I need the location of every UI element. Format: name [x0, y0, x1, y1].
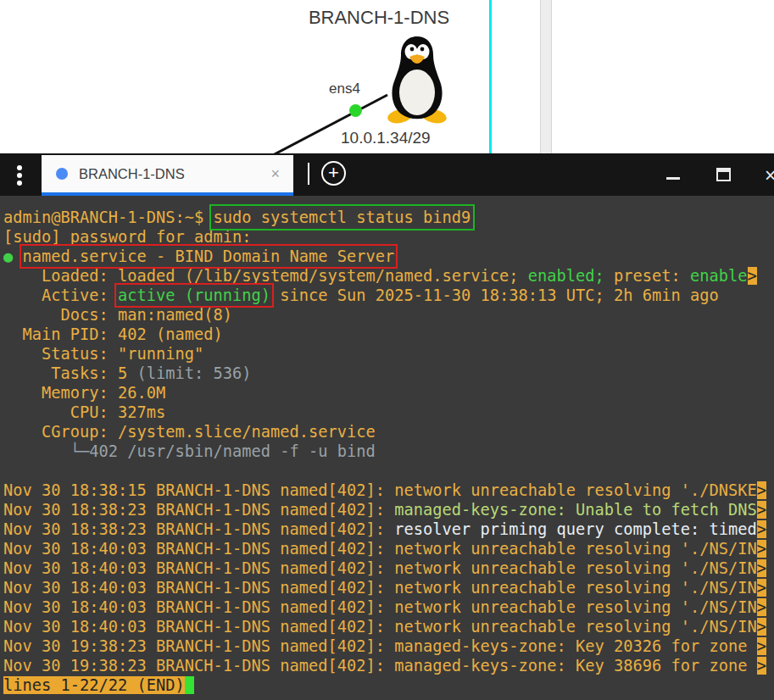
terminal-line: CGroup: /system.slice/named.service — [3, 422, 774, 442]
tux-linux-icon[interactable] — [383, 34, 451, 125]
topology-canvas[interactable]: BRANCH-1-DNS ens4 10.0.1.34/29 — [0, 0, 774, 153]
terminal-line: Nov 30 19:38:23 BRANCH-1-DNS named[402]:… — [3, 636, 774, 656]
terminal-line: Main PID: 402 (named) — [3, 325, 774, 344]
kebab-menu-icon[interactable] — [14, 165, 25, 186]
terminal-line: Nov 30 18:38:23 BRANCH-1-DNS named[402]:… — [3, 500, 774, 519]
maximize-icon[interactable] — [716, 168, 731, 181]
console-tab-bar: BRANCH-1-DNS × + × — [0, 153, 774, 196]
screen: BRANCH-1-DNS ens4 10.0.1.34/29 BRANCH-1-… — [0, 0, 774, 700]
new-tab-button[interactable]: + — [321, 161, 346, 186]
terminal-line: lines 1-22/22 (END) — [3, 675, 774, 695]
terminal-line — [3, 461, 774, 481]
terminal-line: Nov 30 19:38:23 BRANCH-1-DNS named[402]:… — [3, 656, 774, 675]
tab-title: BRANCH-1-DNS — [79, 166, 185, 182]
terminal-line: [sudo] password for admin: — [3, 227, 774, 247]
terminal-line: Docs: man:named(8) — [3, 305, 774, 325]
minimize-icon[interactable] — [666, 177, 680, 180]
terminal-line: admin@BRANCH-1-DNS:~$ sudo systemctl sta… — [3, 208, 774, 227]
terminal-line: Nov 30 18:40:03 BRANCH-1-DNS named[402]:… — [3, 539, 774, 558]
terminal-line: Nov 30 18:40:03 BRANCH-1-DNS named[402]:… — [3, 617, 774, 636]
interface-status-dot — [349, 104, 362, 117]
terminal-line: ● named.service - BIND Domain Name Serve… — [3, 247, 774, 266]
terminal-line: Nov 30 18:38:23 BRANCH-1-DNS named[402]:… — [3, 519, 774, 539]
ip-label: 10.0.1.34/29 — [341, 129, 431, 147]
terminal-line: Nov 30 18:40:03 BRANCH-1-DNS named[402]:… — [3, 597, 774, 617]
console-tab[interactable]: BRANCH-1-DNS × — [42, 155, 293, 192]
tab-close-icon[interactable]: × — [270, 165, 280, 183]
terminal-line: Loaded: loaded (/lib/systemd/system/name… — [3, 266, 774, 286]
node-label: BRANCH-1-DNS — [280, 7, 478, 29]
terminal-line: Nov 30 18:40:03 BRANCH-1-DNS named[402]:… — [3, 558, 774, 578]
terminal-line: Nov 30 18:40:03 BRANCH-1-DNS named[402]:… — [3, 578, 774, 597]
terminal-output: admin@BRANCH-1-DNS:~$ sudo systemctl sta… — [3, 208, 774, 695]
tab-status-dot — [56, 168, 68, 180]
terminal-line: Memory: 26.0M — [3, 383, 774, 403]
terminal-screen[interactable]: admin@BRANCH-1-DNS:~$ sudo systemctl sta… — [0, 196, 774, 700]
terminal-line: Tasks: 5 (limit: 536) — [3, 364, 774, 383]
terminal-line: CPU: 327ms — [3, 403, 774, 422]
terminal-line: Status: "running" — [3, 344, 774, 364]
terminal-line: Active: active (running) since Sun 2025-… — [3, 286, 774, 305]
terminal-line: Nov 30 18:38:15 BRANCH-1-DNS named[402]:… — [3, 481, 774, 500]
interface-label: ens4 — [329, 81, 360, 97]
close-icon[interactable]: × — [765, 164, 774, 187]
tab-separator — [308, 163, 309, 185]
terminal-line: └─402 /usr/sbin/named -f -u bind — [3, 442, 774, 461]
